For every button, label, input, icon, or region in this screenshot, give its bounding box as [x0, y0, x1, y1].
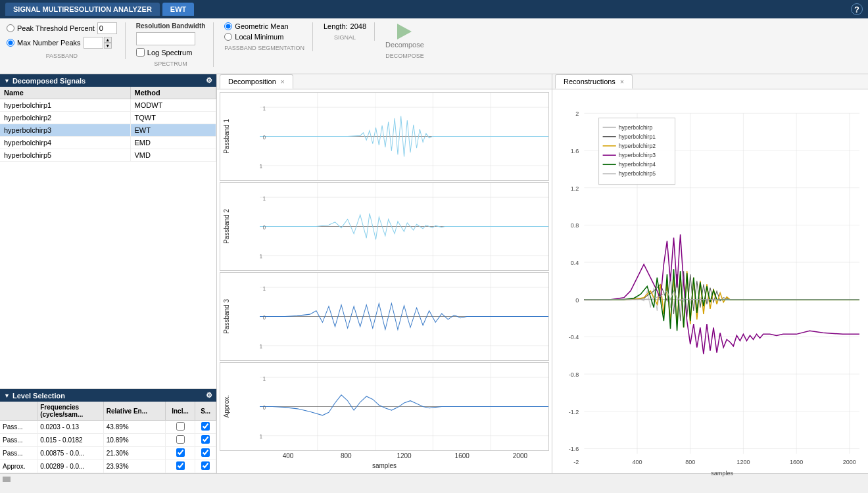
s-checkbox[interactable] — [201, 422, 210, 431]
tab-close[interactable]: × — [281, 78, 285, 85]
title-bar: SIGNAL MULTIRESOLUTION ANALYZER EWT ? — [0, 0, 868, 18]
passband2-chart: Passband 2 1 0 — [220, 182, 549, 271]
max-peaks-spinner[interactable]: 4 ▲ ▼ — [84, 37, 112, 49]
level-incl[interactable] — [165, 434, 195, 447]
tab-reconstructions[interactable]: Reconstructions × — [555, 74, 633, 89]
level-row[interactable]: Approx. 0.00289 - 0.0... 23.93% — [0, 460, 216, 473]
pb3-area: 1 0 -1 — [260, 273, 548, 360]
svg-text:1200: 1200 — [736, 459, 750, 465]
col-freq: Frequencies(cycles/sam... — [37, 402, 104, 421]
level-s[interactable] — [195, 460, 216, 473]
spinner-up[interactable]: ▲ — [104, 37, 112, 43]
geometric-mean-label: Geometric Mean — [235, 22, 288, 30]
level-settings-icon[interactable]: ⚙ — [206, 391, 212, 400]
signal-label: SIGNAL — [324, 34, 366, 41]
local-minimum-label: Local Minimum — [235, 33, 283, 41]
level-incl[interactable] — [165, 447, 195, 460]
svg-text:2000: 2000 — [843, 459, 856, 465]
s-checkbox[interactable] — [201, 448, 210, 457]
scroll-handle[interactable] — [3, 477, 11, 482]
svg-text:-1: -1 — [260, 254, 262, 260]
spinner-arrows[interactable]: ▲ ▼ — [104, 37, 112, 49]
s-checkbox[interactable] — [201, 435, 210, 444]
app-title: SIGNAL MULTIRESOLUTION ANALYZER — [5, 3, 160, 16]
incl-checkbox[interactable] — [176, 448, 185, 457]
pb2-svg: 1 0 -1 — [260, 183, 548, 270]
svg-text:1: 1 — [263, 285, 266, 292]
passband3-chart: Passband 3 1 0 — [220, 272, 549, 361]
signal-method: TQWT — [130, 112, 216, 124]
level-incl[interactable] — [165, 460, 195, 473]
pb2-area: 1 0 -1 — [260, 183, 548, 270]
spacer — [0, 162, 216, 389]
approx-svg: 1 0 -1 — [260, 363, 548, 450]
svg-text:800: 800 — [685, 459, 695, 465]
header-left: ▼ Decomposed Signals — [4, 77, 85, 85]
decompose-section-label: DECOMPOSE — [385, 53, 424, 59]
level-s[interactable] — [195, 447, 216, 460]
collapse-arrow-level[interactable]: ▼ — [4, 392, 10, 399]
play-icon — [397, 24, 412, 39]
level-s[interactable] — [195, 421, 216, 434]
recon-tab-close[interactable]: × — [620, 78, 624, 85]
local-minimum-row: Local Minimum — [224, 33, 304, 41]
decomposed-signals-title: Decomposed Signals — [12, 77, 85, 85]
table-row[interactable]: hyperbolchirp1 MODWT — [0, 99, 216, 112]
level-selection-title: Level Selection — [12, 392, 65, 400]
table-row[interactable]: hyperbolchirp5 VMD — [0, 149, 216, 162]
tab-bar: Decomposition × — [217, 74, 552, 89]
approx-area: 1 0 -1 — [260, 363, 548, 450]
xtick-2000: 2000 — [491, 452, 549, 459]
svg-text:0: 0 — [263, 134, 266, 141]
svg-text:1: 1 — [263, 105, 266, 112]
max-peaks-radio[interactable] — [7, 39, 14, 47]
table-row[interactable]: hyperbolchirp2 TQWT — [0, 112, 216, 124]
table-row[interactable]: hyperbolchirp3 EWT — [0, 124, 216, 137]
help-button[interactable]: ? — [851, 3, 863, 15]
s-checkbox[interactable] — [201, 461, 210, 470]
decomposed-settings-icon[interactable]: ⚙ — [206, 76, 212, 85]
level-relen: 43.89% — [103, 421, 165, 434]
decompose-button[interactable]: Decompose — [385, 22, 424, 49]
passband-seg-label: PASSBAND SEGMENTATION — [224, 45, 304, 51]
col-s: S... — [195, 402, 216, 421]
level-row[interactable]: Pass... 0.0203 - 0.13 43.89% — [0, 421, 216, 434]
header-left: ▼ Level Selection — [4, 392, 65, 400]
svg-text:-1.2: -1.2 — [569, 409, 579, 415]
level-row[interactable]: Pass... 0.015 - 0.0182 10.89% — [0, 434, 216, 447]
incl-checkbox[interactable] — [176, 461, 185, 470]
svg-text:-1: -1 — [260, 434, 262, 440]
peak-threshold-radio[interactable] — [7, 24, 14, 32]
spinner-down[interactable]: ▼ — [104, 43, 112, 49]
level-row[interactable]: Pass... 0.00875 - 0.0... 21.30% — [0, 447, 216, 460]
max-peaks-row: Max Number Peaks 4 ▲ ▼ — [7, 37, 117, 49]
level-name: Pass... — [0, 421, 37, 434]
incl-checkbox[interactable] — [176, 435, 185, 444]
approx-chart: Approx. 1 0 -1 — [220, 362, 549, 451]
tab-decomposition[interactable]: Decomposition × — [220, 74, 293, 89]
pb1-area: 1 0 -1 — [260, 93, 548, 180]
peak-threshold-label: Peak Threshold Percent — [17, 24, 95, 32]
col-method: Method — [130, 87, 216, 99]
svg-text:0: 0 — [263, 404, 266, 411]
res-bw-input[interactable]: 0.0026855 — [136, 32, 195, 45]
svg-text:2: 2 — [575, 110, 579, 117]
svg-text:samples: samples — [711, 470, 733, 477]
geometric-mean-radio[interactable] — [224, 22, 232, 30]
tab-ewt[interactable]: EWT — [162, 3, 194, 16]
max-peaks-input[interactable]: 4 — [84, 37, 103, 49]
recon-svg: 2 1.6 1.2 0.8 0.4 0 -0.4 -0.8 -1.2 -1.6 … — [558, 95, 863, 481]
table-row[interactable]: hyperbolchirp4 EMD — [0, 137, 216, 149]
log-spectrum-checkbox[interactable] — [136, 48, 145, 57]
signal-method: EMD — [130, 137, 216, 149]
level-s[interactable] — [195, 434, 216, 447]
level-freq: 0.00875 - 0.0... — [37, 447, 104, 460]
collapse-arrow-decomposed[interactable]: ▼ — [4, 78, 10, 84]
peak-threshold-input[interactable] — [97, 22, 117, 34]
passband-section: Peak Threshold Percent Max Number Peaks … — [7, 22, 126, 59]
incl-checkbox[interactable] — [176, 422, 185, 431]
local-minimum-radio[interactable] — [224, 33, 232, 41]
level-incl[interactable] — [165, 421, 195, 434]
decompose-section: Decompose DECOMPOSE — [385, 22, 424, 59]
reconstruction-chart: 2 1.6 1.2 0.8 0.4 0 -0.4 -0.8 -1.2 -1.6 … — [552, 89, 868, 486]
